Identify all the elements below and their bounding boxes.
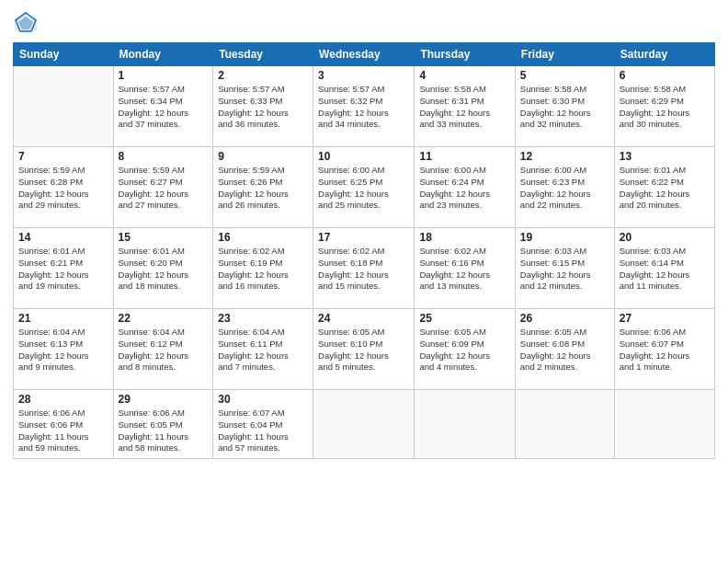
page: SundayMondayTuesdayWednesdayThursdayFrid… xyxy=(0,0,728,563)
calendar-cell: 13Sunrise: 6:01 AM Sunset: 6:22 PM Dayli… xyxy=(614,147,714,228)
calendar-cell: 7Sunrise: 5:59 AM Sunset: 6:28 PM Daylig… xyxy=(14,147,114,228)
day-info: Sunrise: 6:03 AM Sunset: 6:15 PM Dayligh… xyxy=(520,246,609,293)
calendar-cell: 30Sunrise: 6:07 AM Sunset: 6:04 PM Dayli… xyxy=(213,390,313,459)
calendar-cell: 2Sunrise: 5:57 AM Sunset: 6:33 PM Daylig… xyxy=(213,66,313,147)
day-info: Sunrise: 5:58 AM Sunset: 6:31 PM Dayligh… xyxy=(419,84,509,131)
day-number: 3 xyxy=(318,69,409,82)
day-number: 24 xyxy=(318,312,409,325)
weekday-header: Friday xyxy=(515,43,614,66)
day-info: Sunrise: 6:01 AM Sunset: 6:20 PM Dayligh… xyxy=(119,246,209,293)
day-number: 29 xyxy=(119,393,209,406)
weekday-header: Wednesday xyxy=(313,43,415,66)
calendar-cell: 5Sunrise: 5:58 AM Sunset: 6:30 PM Daylig… xyxy=(515,66,614,147)
day-number: 26 xyxy=(520,312,609,325)
day-number: 23 xyxy=(218,312,308,325)
day-info: Sunrise: 6:04 AM Sunset: 6:11 PM Dayligh… xyxy=(218,327,308,373)
calendar-cell xyxy=(515,390,614,459)
weekday-header: Monday xyxy=(113,43,213,66)
day-info: Sunrise: 6:00 AM Sunset: 6:23 PM Dayligh… xyxy=(520,165,609,212)
calendar: SundayMondayTuesdayWednesdayThursdayFrid… xyxy=(13,42,715,459)
day-number: 28 xyxy=(18,393,108,406)
calendar-cell: 21Sunrise: 6:04 AM Sunset: 6:13 PM Dayli… xyxy=(14,309,114,390)
day-info: Sunrise: 5:57 AM Sunset: 6:33 PM Dayligh… xyxy=(218,84,308,131)
calendar-header-row: SundayMondayTuesdayWednesdayThursdayFrid… xyxy=(14,43,715,66)
calendar-cell xyxy=(614,390,714,459)
day-info: Sunrise: 6:06 AM Sunset: 6:05 PM Dayligh… xyxy=(119,408,209,454)
calendar-cell xyxy=(14,66,114,147)
day-info: Sunrise: 5:58 AM Sunset: 6:29 PM Dayligh… xyxy=(620,84,710,131)
calendar-cell: 27Sunrise: 6:06 AM Sunset: 6:07 PM Dayli… xyxy=(614,309,714,390)
day-info: Sunrise: 5:59 AM Sunset: 6:28 PM Dayligh… xyxy=(18,165,108,212)
day-info: Sunrise: 6:07 AM Sunset: 6:04 PM Dayligh… xyxy=(218,408,308,454)
day-number: 8 xyxy=(119,150,209,163)
calendar-cell: 23Sunrise: 6:04 AM Sunset: 6:11 PM Dayli… xyxy=(213,309,313,390)
logo xyxy=(13,9,42,35)
day-info: Sunrise: 5:59 AM Sunset: 6:27 PM Dayligh… xyxy=(119,165,209,212)
calendar-cell: 29Sunrise: 6:06 AM Sunset: 6:05 PM Dayli… xyxy=(113,390,213,459)
day-number: 15 xyxy=(119,231,209,244)
calendar-cell: 3Sunrise: 5:57 AM Sunset: 6:32 PM Daylig… xyxy=(313,66,415,147)
calendar-cell xyxy=(415,390,515,459)
day-number: 21 xyxy=(18,312,108,325)
calendar-cell xyxy=(313,390,415,459)
day-info: Sunrise: 6:04 AM Sunset: 6:12 PM Dayligh… xyxy=(119,327,209,373)
day-info: Sunrise: 6:01 AM Sunset: 6:21 PM Dayligh… xyxy=(18,246,108,293)
logo-icon xyxy=(13,9,39,35)
calendar-cell: 20Sunrise: 6:03 AM Sunset: 6:14 PM Dayli… xyxy=(614,228,714,309)
weekday-header: Saturday xyxy=(614,43,714,66)
day-number: 9 xyxy=(218,150,308,163)
day-number: 20 xyxy=(620,231,710,244)
day-number: 12 xyxy=(520,150,609,163)
calendar-cell: 9Sunrise: 5:59 AM Sunset: 6:26 PM Daylig… xyxy=(213,147,313,228)
day-number: 6 xyxy=(620,69,710,82)
calendar-cell: 24Sunrise: 6:05 AM Sunset: 6:10 PM Dayli… xyxy=(313,309,415,390)
day-number: 18 xyxy=(419,231,509,244)
day-info: Sunrise: 5:59 AM Sunset: 6:26 PM Dayligh… xyxy=(218,165,308,212)
day-number: 14 xyxy=(18,231,108,244)
day-number: 4 xyxy=(419,69,509,82)
calendar-week-row: 7Sunrise: 5:59 AM Sunset: 6:28 PM Daylig… xyxy=(14,147,715,228)
calendar-cell: 18Sunrise: 6:02 AM Sunset: 6:16 PM Dayli… xyxy=(415,228,515,309)
day-info: Sunrise: 6:05 AM Sunset: 6:10 PM Dayligh… xyxy=(318,327,409,373)
day-number: 13 xyxy=(620,150,710,163)
day-number: 11 xyxy=(419,150,509,163)
calendar-cell: 12Sunrise: 6:00 AM Sunset: 6:23 PM Dayli… xyxy=(515,147,614,228)
calendar-week-row: 14Sunrise: 6:01 AM Sunset: 6:21 PM Dayli… xyxy=(14,228,715,309)
calendar-cell: 6Sunrise: 5:58 AM Sunset: 6:29 PM Daylig… xyxy=(614,66,714,147)
day-number: 2 xyxy=(218,69,308,82)
day-number: 22 xyxy=(119,312,209,325)
day-number: 7 xyxy=(18,150,108,163)
calendar-cell: 28Sunrise: 6:06 AM Sunset: 6:06 PM Dayli… xyxy=(14,390,114,459)
calendar-cell: 10Sunrise: 6:00 AM Sunset: 6:25 PM Dayli… xyxy=(313,147,415,228)
day-info: Sunrise: 6:05 AM Sunset: 6:08 PM Dayligh… xyxy=(520,327,609,373)
day-info: Sunrise: 6:05 AM Sunset: 6:09 PM Dayligh… xyxy=(419,327,509,373)
calendar-cell: 26Sunrise: 6:05 AM Sunset: 6:08 PM Dayli… xyxy=(515,309,614,390)
day-info: Sunrise: 6:01 AM Sunset: 6:22 PM Dayligh… xyxy=(620,165,710,212)
calendar-cell: 1Sunrise: 5:57 AM Sunset: 6:34 PM Daylig… xyxy=(113,66,213,147)
calendar-cell: 11Sunrise: 6:00 AM Sunset: 6:24 PM Dayli… xyxy=(415,147,515,228)
day-number: 25 xyxy=(419,312,509,325)
calendar-week-row: 21Sunrise: 6:04 AM Sunset: 6:13 PM Dayli… xyxy=(14,309,715,390)
weekday-header: Thursday xyxy=(415,43,515,66)
day-number: 17 xyxy=(318,231,409,244)
day-info: Sunrise: 6:06 AM Sunset: 6:07 PM Dayligh… xyxy=(620,327,710,373)
day-number: 16 xyxy=(218,231,308,244)
day-info: Sunrise: 6:02 AM Sunset: 6:16 PM Dayligh… xyxy=(419,246,509,293)
calendar-cell: 15Sunrise: 6:01 AM Sunset: 6:20 PM Dayli… xyxy=(113,228,213,309)
calendar-cell: 14Sunrise: 6:01 AM Sunset: 6:21 PM Dayli… xyxy=(14,228,114,309)
day-info: Sunrise: 5:58 AM Sunset: 6:30 PM Dayligh… xyxy=(520,84,609,131)
day-info: Sunrise: 6:02 AM Sunset: 6:19 PM Dayligh… xyxy=(218,246,308,293)
day-info: Sunrise: 5:57 AM Sunset: 6:34 PM Dayligh… xyxy=(119,84,209,131)
day-number: 10 xyxy=(318,150,409,163)
day-info: Sunrise: 6:00 AM Sunset: 6:24 PM Dayligh… xyxy=(419,165,509,212)
day-info: Sunrise: 6:03 AM Sunset: 6:14 PM Dayligh… xyxy=(620,246,710,293)
day-number: 27 xyxy=(620,312,710,325)
day-number: 30 xyxy=(218,393,308,406)
calendar-week-row: 1Sunrise: 5:57 AM Sunset: 6:34 PM Daylig… xyxy=(14,66,715,147)
weekday-header: Sunday xyxy=(14,43,114,66)
day-number: 19 xyxy=(520,231,609,244)
day-number: 5 xyxy=(520,69,609,82)
day-info: Sunrise: 6:06 AM Sunset: 6:06 PM Dayligh… xyxy=(18,408,108,454)
day-number: 1 xyxy=(119,69,209,82)
calendar-cell: 25Sunrise: 6:05 AM Sunset: 6:09 PM Dayli… xyxy=(415,309,515,390)
